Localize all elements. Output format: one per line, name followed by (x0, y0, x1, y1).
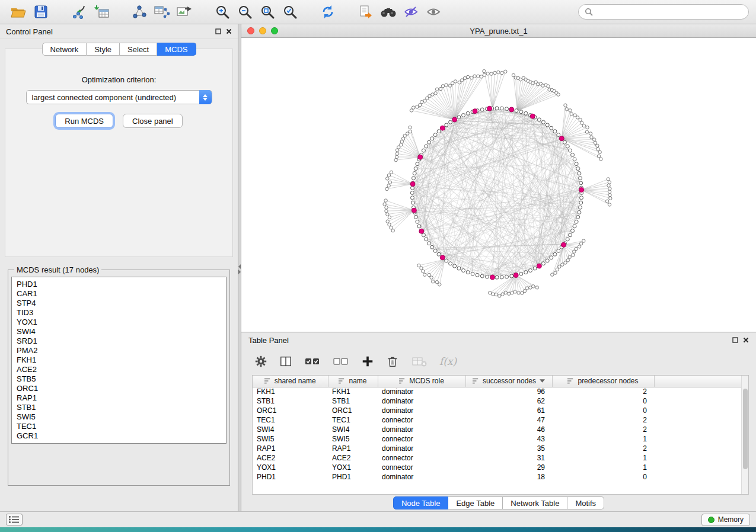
function-builder-button[interactable]: f(x) (439, 355, 457, 367)
network-window-titlebar[interactable]: YPA_prune.txt_1 (241, 24, 756, 38)
split-columns-icon (279, 355, 292, 368)
column-header-name[interactable]: name (328, 376, 378, 387)
table-row[interactable]: YOX1YOX1connector291 (253, 463, 741, 472)
show-panel-button[interactable] (422, 2, 445, 22)
list-icon (8, 515, 20, 524)
show-columns-button[interactable] (279, 355, 292, 368)
mcds-result-item[interactable]: STB1 (17, 403, 221, 412)
close-table-panel-button[interactable] (743, 337, 749, 343)
mcds-result-item[interactable]: PMA2 (17, 346, 221, 355)
table-row[interactable]: STB1STB1dominator620 (253, 396, 741, 406)
delete-table-button[interactable] (411, 354, 428, 368)
zoom-selected-button[interactable] (279, 2, 301, 22)
hide-panel-button[interactable] (400, 2, 422, 22)
mcds-result-item[interactable]: STB5 (17, 374, 221, 384)
panel-visibility-button[interactable] (6, 514, 23, 525)
table-tab-edge-table[interactable]: Edge Table (448, 496, 503, 509)
new-network-button[interactable] (128, 2, 151, 22)
column-header-mcds_role[interactable]: MCDS role (378, 376, 465, 387)
refresh-layout-icon (320, 4, 336, 20)
network-view-window: YPA_prune.txt_1 (241, 24, 756, 332)
save-session-button[interactable] (30, 2, 52, 22)
table-tab-node-table[interactable]: Node Table (393, 496, 449, 509)
gear-icon (254, 355, 267, 368)
disabled-table-icon (411, 354, 428, 368)
select-all-button[interactable] (304, 354, 321, 368)
mcds-result-item[interactable]: ACE2 (17, 365, 221, 374)
mcds-result-item[interactable]: RAP1 (17, 393, 221, 403)
add-column-button[interactable] (361, 355, 374, 368)
search-input[interactable] (596, 8, 742, 17)
network-canvas[interactable] (241, 38, 756, 332)
float-window-icon (215, 28, 221, 34)
tab-network[interactable]: Network (42, 43, 87, 56)
table-toolbar: f(x) (241, 348, 756, 375)
run-mcds-button[interactable]: Run MCDS (55, 114, 113, 128)
import-network-button[interactable] (68, 2, 90, 22)
mcds-result-item[interactable]: TEC1 (17, 422, 221, 431)
mcds-result-item[interactable]: FKH1 (17, 355, 221, 365)
table-settings-button[interactable] (254, 355, 267, 368)
mcds-result-item[interactable]: STP4 (17, 299, 221, 308)
close-mcds-panel-button[interactable]: Close panel (123, 114, 183, 128)
table-row[interactable]: ACE2ACE2connector311 (253, 453, 741, 463)
optimization-criterion-select[interactable]: largest connected component (undirected) (26, 90, 212, 104)
mcds-result-item[interactable]: TID3 (17, 308, 221, 318)
export-image-icon (176, 4, 193, 20)
zoom-out-button[interactable] (234, 2, 256, 22)
float-control-panel-button[interactable] (215, 28, 221, 34)
delete-column-button[interactable] (386, 355, 399, 368)
close-icon (226, 28, 232, 34)
column-header-successor_nodes[interactable]: successor nodes (465, 376, 552, 387)
table-row[interactable]: FKH1FKH1dominator962 (253, 387, 741, 396)
table-scrollbar[interactable] (741, 376, 748, 494)
tab-style[interactable]: Style (87, 43, 120, 56)
column-header-shared_name[interactable]: shared name (253, 376, 328, 387)
mcds-result-item[interactable]: GCR1 (17, 431, 221, 441)
close-control-panel-button[interactable] (226, 28, 232, 34)
open-file-button[interactable] (7, 2, 30, 22)
memory-label: Memory (718, 515, 744, 524)
tab-select[interactable]: Select (120, 43, 157, 56)
table-row[interactable]: RAP1RAP1dominator352 (253, 444, 741, 453)
mcds-result-item[interactable]: CAR1 (17, 289, 221, 299)
mcds-result-list[interactable]: PHD1CAR1STP4TID3YOX1SWI4SRD1PMA2FKH1ACE2… (11, 277, 227, 444)
network-from-table-button[interactable] (151, 2, 173, 22)
table-tab-motifs[interactable]: Motifs (567, 496, 604, 509)
splitter-handle-icon[interactable] (238, 264, 241, 275)
search-box[interactable] (578, 4, 749, 20)
float-table-panel-button[interactable] (732, 337, 738, 343)
export-image-button[interactable] (173, 2, 196, 22)
table-row[interactable]: SWI5SWI5connector431 (253, 434, 741, 444)
panel-splitter[interactable] (238, 24, 241, 511)
scrollbar-thumb[interactable] (743, 389, 748, 469)
find-button[interactable] (377, 2, 400, 22)
mcds-result-item[interactable]: SRD1 (17, 336, 221, 346)
deselect-all-button[interactable] (333, 354, 349, 368)
main-toolbar (0, 0, 756, 24)
mcds-result-group: MCDS result (17 nodes) PHD1CAR1STP4TID3Y… (8, 265, 230, 486)
import-table-button[interactable] (90, 2, 113, 22)
table-tab-network-table[interactable]: Network Table (503, 496, 567, 509)
mcds-result-item[interactable]: YOX1 (17, 318, 221, 327)
status-bar: Memory (0, 511, 756, 527)
mcds-result-item[interactable]: ORC1 (17, 384, 221, 393)
table-row[interactable]: PHD1PHD1dominator180 (253, 472, 741, 482)
memory-button[interactable]: Memory (701, 514, 750, 526)
table-row[interactable]: TEC1TEC1connector472 (253, 415, 741, 425)
refresh-layout-button[interactable] (317, 2, 339, 22)
table-tabs: Node TableEdge TableNetwork TableMotifs (241, 495, 756, 511)
table-row[interactable]: SWI4SWI4dominator462 (253, 425, 741, 434)
close-icon (743, 337, 749, 343)
tab-mcds[interactable]: MCDS (157, 43, 196, 56)
mcds-result-item[interactable]: PHD1 (17, 280, 221, 289)
mcds-result-item[interactable]: SWI5 (17, 412, 221, 422)
zoom-in-button[interactable] (211, 2, 234, 22)
zoom-fit-button[interactable] (256, 2, 279, 22)
control-panel-header: Control Panel (0, 24, 238, 39)
column-header-predecessor_nodes[interactable]: predecessor nodes (552, 376, 654, 387)
table-row[interactable]: ORC1ORC1dominator610 (253, 406, 741, 415)
open-file-icon (9, 4, 27, 20)
mcds-result-item[interactable]: SWI4 (17, 327, 221, 336)
share-document-button[interactable] (355, 2, 377, 22)
